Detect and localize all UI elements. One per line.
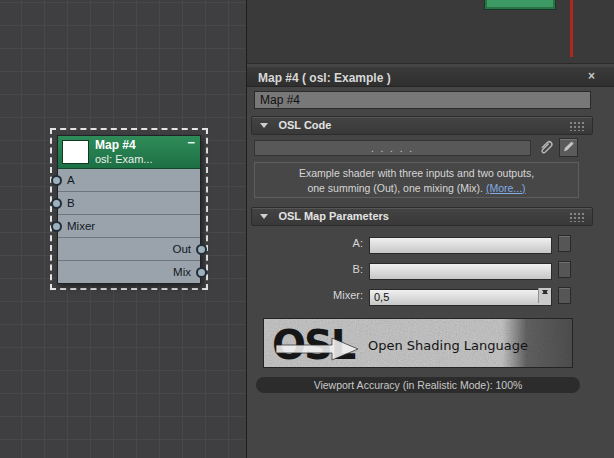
param-row-mixer: Mixer: [247,287,593,305]
pencil-icon [561,139,576,154]
material-node[interactable]: Map #4 osl: Exam... − A B Mixer Out Mix [57,135,201,284]
attach-file-button[interactable] [536,138,555,157]
param-label-b: B: [247,261,363,278]
description-line-2: one summing (Out), one mixing (Mix). (Mo… [255,181,578,196]
rollout-header-osl-code[interactable]: OSL Code [251,116,593,135]
viewport-accuracy-status: Viewport Accuracy (in Realistic Mode): 1… [256,377,580,393]
mixer-spinner[interactable] [538,288,551,303]
more-link[interactable]: (More...) [486,182,526,194]
upper-panel-area [246,0,614,64]
edit-code-button[interactable] [559,138,578,157]
node-output-row-out[interactable]: Out [58,238,200,261]
map-slot-button-a[interactable] [558,235,571,252]
input-label-a: A [67,174,75,186]
node-preview-swatch[interactable] [62,140,89,164]
drag-grip-icon[interactable] [569,121,584,131]
node-input-row-mixer[interactable]: Mixer [58,215,200,238]
param-input-b[interactable] [369,263,552,280]
map-slot-button-mixer[interactable] [558,287,571,304]
mixer-value-input[interactable] [369,289,552,306]
map-slot-button-b[interactable] [558,261,571,278]
drag-grip-icon[interactable] [569,212,584,222]
node-title: Map #4 [95,138,187,153]
param-label-a: A: [247,235,363,252]
shader-description-box: Example shader with three inputs and two… [254,162,579,198]
input-socket-b[interactable] [51,198,62,209]
node-header[interactable]: Map #4 osl: Exam... − [58,136,200,169]
param-row-b: B: [247,261,593,279]
output-label-out: Out [172,243,191,255]
parameters-panel: Map #4 ( osl: Example ) × OSL Code Examp… [246,64,614,458]
node-subtitle: osl: Exam... [95,153,187,166]
input-socket-mixer[interactable] [51,221,62,232]
param-row-a: A: [247,235,593,253]
slate-material-editor: Map #4 osl: Exam... − A B Mixer Out Mix [0,0,614,458]
partial-node-swatch[interactable] [485,0,555,9]
osl-code-input[interactable] [254,140,531,156]
output-socket-out[interactable] [196,244,207,255]
node-input-row-a[interactable]: A [58,169,200,192]
material-name-input[interactable] [254,91,591,109]
input-label-mixer: Mixer [67,220,95,232]
description-line-2-text: one summing (Out), one mixing (Mix). [307,182,483,194]
output-socket-mix[interactable] [196,267,207,278]
description-line-1: Example shader with three inputs and two… [255,166,578,181]
param-label-mixer: Mixer: [247,287,363,304]
connection-wire [570,0,573,57]
spinner-down-icon [542,290,548,294]
param-input-a[interactable] [369,237,552,254]
rollout-label: OSL Map Parameters [278,210,388,222]
input-socket-a[interactable] [51,175,62,186]
rollout-header-osl-map-parameters[interactable]: OSL Map Parameters [251,207,593,226]
logo-caption: Open Shading Language [368,338,528,353]
panel-titlebar[interactable]: Map #4 ( osl: Example ) [247,67,614,87]
rollout-label: OSL Code [278,119,331,131]
panel-title: Map #4 ( osl: Example ) [258,71,391,85]
close-button[interactable]: × [584,69,599,84]
output-label-mix: Mix [173,266,191,278]
osl-logo-image: OSL Open Shading Language [263,318,573,368]
input-label-b: B [67,197,75,209]
node-output-row-mix[interactable]: Mix [58,261,200,284]
node-body: A B Mixer Out Mix [58,169,200,284]
node-view-canvas[interactable]: Map #4 osl: Exam... − A B Mixer Out Mix [0,0,246,458]
node-collapse-button[interactable]: − [187,135,195,150]
rollout-arrow-icon [260,123,268,128]
paperclip-icon [537,138,554,155]
node-input-row-b[interactable]: B [58,192,200,215]
rollout-arrow-icon [260,214,268,219]
